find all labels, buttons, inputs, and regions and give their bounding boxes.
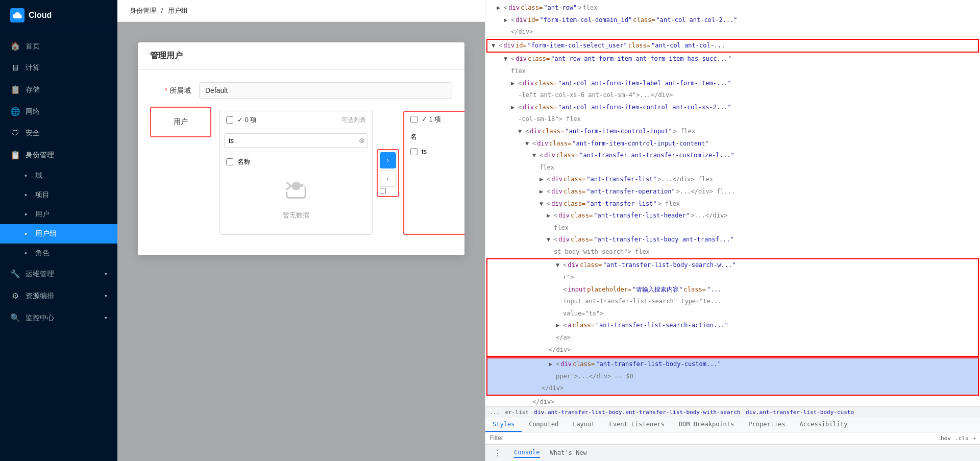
- transfer-select-all-right[interactable]: [410, 116, 418, 123]
- expand-arrow[interactable]: ▼: [492, 40, 498, 52]
- tree-line: <input placeholder="请输入搜索内容" class="...: [487, 284, 978, 296]
- tree-line: </div>: [485, 396, 980, 406]
- sidebar-item-compute[interactable]: 🖥 计算: [0, 57, 117, 79]
- tree-line: </div>: [487, 344, 978, 356]
- sidebar-item-storage[interactable]: 📋 存储: [0, 79, 117, 101]
- tree-line: flex: [485, 162, 980, 174]
- expand-arrow[interactable]: ▶: [504, 15, 510, 26]
- sidebar-item-ops[interactable]: 🔧 运维管理 ▾: [0, 263, 117, 285]
- tree-line: </a>: [487, 332, 978, 344]
- expand-arrow[interactable]: ▶: [540, 174, 546, 185]
- sidebar-sub-item-role[interactable]: 角色: [0, 244, 117, 263]
- modal-body: 所属域 用户: [138, 70, 464, 255]
- transfer-list-left: ✓ 0 项 可选列表 ⊗: [219, 111, 373, 235]
- expand-arrow[interactable]: ▼: [504, 54, 510, 65]
- sidebar-sub-item-domain[interactable]: 域: [0, 166, 117, 185]
- sidebar-navigation: 🏠 首页 🖥 计算 📋 存储 🌐 网络 🛡 安全 📋 身份管理 域: [0, 31, 117, 461]
- tree-line: ▶ <div class="ant-transfer-list-header" …: [485, 210, 980, 222]
- tab-event-listeners[interactable]: Event Listeners: [602, 418, 672, 432]
- filter-hov-button[interactable]: :hov: [937, 435, 951, 442]
- compute-icon: 🖥: [10, 63, 20, 72]
- tab-accessibility[interactable]: Accessibility: [793, 418, 855, 432]
- chevron-down-icon-3: ▾: [105, 315, 107, 321]
- transfer-right-count: ✓ 1 项: [422, 115, 441, 124]
- tab-layout[interactable]: Layout: [566, 418, 602, 432]
- sidebar-item-label: 安全: [26, 129, 40, 138]
- sidebar-item-monitor[interactable]: 🔍 监控中心 ▾: [0, 307, 117, 329]
- tree-line: </div>: [487, 382, 978, 395]
- tree-line: ▶ <div class="ant-transfer-list" >...</d…: [485, 174, 980, 186]
- tree-line: input ant-transfer-list-search" type="te…: [487, 296, 978, 308]
- breadcrumb-er-list[interactable]: er-list: [505, 409, 529, 416]
- sidebar-item-security[interactable]: 🛡 安全: [0, 123, 117, 144]
- tree-line: flex: [485, 65, 980, 78]
- whats-new-tab[interactable]: What's New: [550, 448, 587, 457]
- expand-arrow[interactable]: ▶: [511, 102, 517, 113]
- search-clear-icon[interactable]: ⊗: [359, 136, 365, 144]
- sidebar-sub-item-usergroup[interactable]: 用户组: [0, 224, 117, 244]
- sidebar-sub-item-project[interactable]: 项目: [0, 185, 117, 205]
- sidebar-item-network[interactable]: 🌐 网络: [0, 101, 117, 123]
- modal-overlay: 管理用户 所属域 用户: [117, 22, 485, 461]
- transfer-left-count: ✓ 0 项: [237, 115, 257, 125]
- tree-line: ▶ <div class="ant-transfer-list-body-cus…: [487, 358, 978, 371]
- expand-arrow[interactable]: ▼: [556, 260, 562, 271]
- expand-arrow[interactable]: ▶: [511, 78, 517, 89]
- filter-plus-button[interactable]: +: [972, 435, 976, 442]
- sidebar-item-resource[interactable]: ⚙ 资源编排 ▾: [0, 285, 117, 307]
- expand-arrow[interactable]: ▼: [540, 199, 546, 210]
- transfer-to-left-btn[interactable]: ‹: [380, 171, 396, 187]
- tree-line: value="ts">: [487, 308, 978, 320]
- red-highlight-box-2: ▼ <div class="ant-transfer-list-body-sea…: [486, 258, 979, 357]
- transfer-list-right-header: ✓ 1 项: [403, 111, 464, 127]
- transfer-to-right-btn[interactable]: ›: [380, 152, 396, 168]
- console-tab[interactable]: Console: [514, 448, 540, 458]
- sub-item-label: 域: [35, 171, 42, 180]
- domain-control: [199, 82, 452, 99]
- sub-item-label: 用户组: [35, 229, 57, 238]
- expand-arrow[interactable]: ▶: [549, 359, 555, 370]
- transfer-right-item[interactable]: ts: [404, 144, 464, 158]
- transfer-list-left-content: 名称 暂无数据: [220, 152, 372, 234]
- tree-line: ▶ <div id="form-item-col-domain_id" clas…: [485, 14, 980, 27]
- sidebar-sub-item-user[interactable]: 用户: [0, 205, 117, 224]
- breadcrumb-dots: ...: [489, 409, 500, 416]
- expand-arrow[interactable]: ▶: [497, 3, 503, 14]
- sidebar-item-label: 身份管理: [26, 151, 54, 160]
- expand-arrow[interactable]: ▶: [540, 186, 546, 198]
- transfer-list-right: ✓ 1 项 名 ts: [403, 111, 464, 235]
- transfer-right-header-row: 名: [404, 129, 464, 144]
- sidebar-item-identity[interactable]: 📋 身份管理: [0, 144, 117, 166]
- breadcrumb: 身份管理 / 用户组: [117, 0, 485, 22]
- tree-line: ▼ <div class="ant-transfer ant-transfer-…: [485, 150, 980, 162]
- transfer-right-item-checkbox[interactable]: [410, 148, 418, 155]
- domain-input[interactable]: [199, 82, 452, 99]
- transfer-op-checkbox[interactable]: [380, 188, 386, 194]
- breadcrumb-transfer-custom[interactable]: div.ant-transfer-list-body-custo: [746, 409, 854, 416]
- expand-arrow[interactable]: ▼: [532, 150, 538, 161]
- filter-cls-button[interactable]: .cls: [955, 435, 969, 442]
- sidebar-item-home[interactable]: 🏠 首页: [0, 35, 117, 57]
- styles-filter-input[interactable]: [489, 434, 933, 442]
- transfer-search-input[interactable]: [224, 133, 368, 148]
- expand-arrow[interactable]: ▼: [518, 126, 524, 137]
- three-dots-icon[interactable]: ⋮: [492, 448, 504, 458]
- ops-icon: 🔧: [10, 269, 20, 279]
- sidebar-item-label: 监控中心: [26, 313, 54, 323]
- devtools-panel: ▶ <div class="ant-row" > flex ▶ <div id=…: [485, 0, 980, 461]
- sidebar-logo[interactable]: Cloud: [0, 0, 117, 31]
- transfer-select-all-left[interactable]: [226, 116, 233, 124]
- tree-line: flex: [485, 222, 980, 234]
- transfer-checkbox-left[interactable]: [226, 158, 233, 165]
- expand-arrow[interactable]: ▶: [547, 210, 553, 222]
- expand-arrow[interactable]: ▶: [556, 320, 562, 331]
- tab-dom-breakpoints[interactable]: DOM Breakpoints: [672, 418, 741, 432]
- tab-styles[interactable]: Styles: [485, 418, 522, 432]
- red-highlight-box-1: ▼ <div id="form-item-col-select_user" cl…: [486, 39, 979, 53]
- breadcrumb-transfer-body[interactable]: div.ant-transfer-list-body.ant-transfer-…: [534, 409, 740, 416]
- expand-arrow[interactable]: ▼: [547, 234, 553, 246]
- tab-properties[interactable]: Properties: [741, 418, 792, 432]
- expand-arrow[interactable]: ▼: [525, 138, 531, 150]
- tab-computed[interactable]: Computed: [522, 418, 566, 432]
- tree-line: </div>: [485, 26, 980, 38]
